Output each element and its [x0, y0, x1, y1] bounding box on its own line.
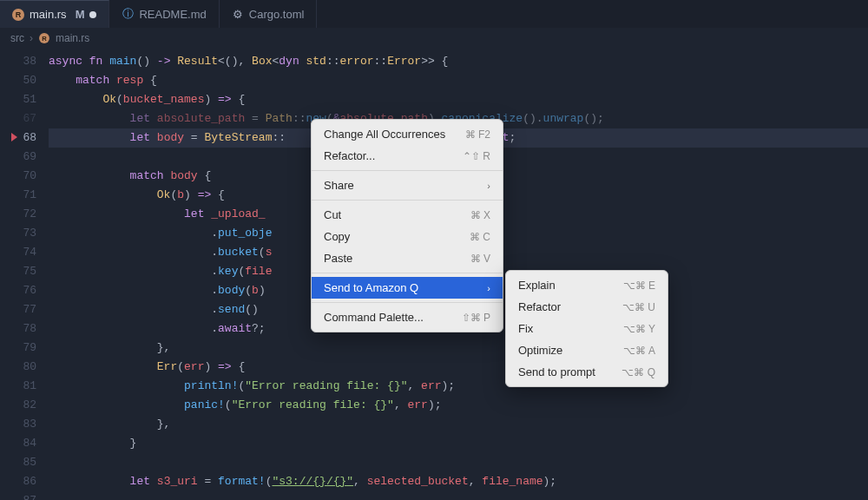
line-number: 86 — [0, 472, 36, 491]
code-line[interactable] — [49, 453, 868, 472]
line-number: 70 — [0, 167, 36, 186]
menu-item[interactable]: Share› — [312, 174, 503, 196]
menu-shortcut: ⌘ V — [470, 253, 490, 265]
tab-main-rs[interactable]: R main.rs M — [0, 0, 109, 28]
line-number-gutter: 3850516768697071727374757677787980818283… — [0, 49, 49, 500]
menu-item[interactable]: Optimize⌥⌘ A — [506, 339, 667, 361]
menu-separator — [312, 273, 503, 273]
menu-separator — [312, 170, 503, 171]
menu-item-label: Share — [324, 179, 354, 192]
breadcrumb[interactable]: src › R main.rs — [0, 28, 868, 49]
chevron-right-icon: › — [30, 32, 33, 44]
menu-shortcut: ⌥⌘ E — [623, 280, 655, 292]
menu-item[interactable]: Paste⌘ V — [312, 247, 503, 269]
line-number: 85 — [0, 453, 36, 472]
chevron-right-icon: › — [487, 181, 490, 191]
line-number: 50 — [0, 71, 36, 90]
line-number: 78 — [0, 319, 36, 339]
info-icon: ⓘ — [122, 8, 134, 20]
editor-tabs: R main.rs M ⓘ README.md ⚙ Cargo.toml — [0, 0, 868, 28]
code-line[interactable]: panic!("Error reading file: {}", err); — [49, 396, 868, 415]
menu-item[interactable]: Send to prompt⌥⌘ Q — [506, 361, 667, 383]
rust-icon: R — [12, 9, 24, 21]
context-submenu: Explain⌥⌘ ERefactor⌥⌘ UFix⌥⌘ YOptimize⌥⌘… — [505, 270, 668, 387]
context-menu: Change All Occurrences⌘ F2Refactor...⌃⇧ … — [311, 119, 503, 332]
menu-item[interactable]: Cut⌘ X — [312, 204, 503, 226]
line-number: 67 — [0, 109, 36, 128]
menu-item[interactable]: Explain⌥⌘ E — [506, 274, 667, 296]
code-line[interactable]: Ok(bucket_names) => { — [49, 90, 868, 109]
breadcrumb-folder: src — [10, 32, 24, 44]
code-line[interactable]: } — [49, 434, 868, 453]
code-line[interactable]: match resp { — [49, 71, 868, 90]
tab-label: README.md — [139, 8, 206, 21]
code-line[interactable]: }, — [49, 339, 868, 358]
breadcrumb-file: main.rs — [56, 32, 89, 44]
menu-separator — [312, 302, 503, 303]
menu-item-label: Send to prompt — [518, 365, 595, 378]
line-number: 80 — [0, 358, 36, 377]
line-number: 69 — [0, 148, 36, 167]
rust-icon: R — [39, 33, 49, 43]
menu-shortcut: ⌘ C — [470, 231, 490, 243]
line-number: 77 — [0, 300, 36, 319]
line-number: 38 — [0, 52, 36, 71]
code-line[interactable]: Err(err) => { — [49, 358, 868, 377]
menu-item-label: Cut — [324, 208, 341, 221]
menu-item-label: Fix — [518, 322, 533, 335]
tab-label: main.rs — [30, 8, 67, 21]
menu-item-label: Refactor... — [324, 149, 375, 162]
menu-item[interactable]: Refactor...⌃⇧ R — [312, 145, 503, 167]
menu-item-label: Command Palette... — [324, 311, 424, 324]
line-number: 87 — [0, 491, 36, 500]
menu-shortcut: ⌥⌘ A — [623, 345, 655, 357]
menu-item-label: Refactor — [518, 300, 561, 313]
menu-separator — [312, 200, 503, 201]
menu-shortcut: ⌥⌘ Y — [623, 323, 655, 335]
tab-label: Cargo.toml — [249, 8, 305, 21]
menu-item[interactable]: Send to Amazon Q› — [312, 277, 503, 299]
line-number: 81 — [0, 377, 36, 396]
menu-item[interactable]: Fix⌥⌘ Y — [506, 318, 667, 339]
code-line[interactable] — [49, 491, 868, 500]
line-number: 68 — [0, 128, 36, 148]
menu-shortcut: ⌘ X — [470, 209, 490, 221]
menu-item-label: Change All Occurrences — [324, 128, 445, 141]
menu-shortcut: ⌥⌘ Q — [621, 366, 655, 378]
chevron-right-icon: › — [487, 283, 490, 293]
gear-icon: ⚙ — [232, 8, 244, 20]
code-line[interactable]: println!("Error reading file: {}", err); — [49, 377, 868, 396]
line-number: 74 — [0, 243, 36, 262]
menu-shortcut: ⌥⌘ U — [622, 301, 655, 313]
code-line[interactable]: }, — [49, 415, 868, 434]
line-number: 75 — [0, 262, 36, 281]
menu-item-label: Send to Amazon Q — [324, 281, 418, 294]
unsaved-dot-icon — [89, 11, 96, 18]
menu-item-label: Paste — [324, 252, 352, 265]
line-number: 76 — [0, 281, 36, 300]
modified-badge: M — [76, 8, 85, 21]
menu-item-label: Explain — [518, 279, 556, 292]
line-number: 83 — [0, 415, 36, 434]
tab-cargo-toml[interactable]: ⚙ Cargo.toml — [220, 0, 318, 28]
line-number: 72 — [0, 205, 36, 224]
menu-shortcut: ⌃⇧ R — [463, 150, 490, 162]
menu-item-label: Copy — [324, 230, 350, 243]
menu-item[interactable]: Command Palette...⇧⌘ P — [312, 306, 503, 328]
line-number: 82 — [0, 396, 36, 415]
menu-item[interactable]: Change All Occurrences⌘ F2 — [312, 123, 503, 145]
menu-item[interactable]: Refactor⌥⌘ U — [506, 296, 667, 318]
line-number: 73 — [0, 224, 36, 243]
menu-item-label: Optimize — [518, 344, 562, 357]
menu-shortcut: ⇧⌘ P — [462, 312, 490, 324]
line-number: 51 — [0, 90, 36, 109]
tab-readme[interactable]: ⓘ README.md — [109, 0, 219, 28]
line-number: 71 — [0, 186, 36, 205]
menu-item[interactable]: Copy⌘ C — [312, 226, 503, 247]
menu-shortcut: ⌘ F2 — [465, 128, 490, 141]
line-number: 79 — [0, 339, 36, 358]
code-line[interactable]: async fn main() -> Result<(), Box<dyn st… — [49, 52, 868, 71]
code-line[interactable]: let s3_uri = format!("s3://{}/{}", selec… — [49, 472, 868, 491]
line-number: 84 — [0, 434, 36, 453]
